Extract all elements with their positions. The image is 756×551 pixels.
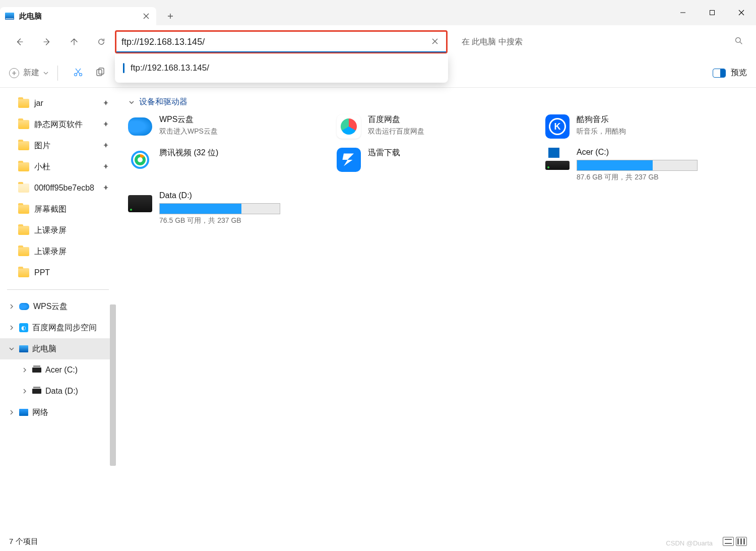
card-title: Acer (C:) [577,148,698,157]
quick-access-jar[interactable]: jar [0,93,116,114]
folder-icon [18,183,29,193]
sidebar-item-label: PPT [34,268,50,277]
pin-icon [103,183,109,193]
card-title: WPS云盘 [159,114,218,125]
quick-access-static-web[interactable]: 静态网页软件 [0,114,116,135]
cut-button[interactable] [67,67,89,79]
quick-access-hash[interactable]: 00f0ff95be7ecb8 [0,177,116,199]
chevron-right-icon [21,388,28,394]
card-subtitle: 双击运行百度网盘 [368,127,424,136]
tree-this-pc[interactable]: 此电脑 [0,338,116,359]
folder-icon [18,99,29,108]
search-icon [735,37,743,47]
new-button[interactable]: 新建 [9,68,48,78]
refresh-icon [97,37,106,46]
quick-access-class-rec1[interactable]: 上课录屏 [0,220,116,241]
address-input[interactable] [121,37,429,47]
quick-access-xiaodu[interactable]: 小杜 [0,156,116,177]
tree-wps-cloud[interactable]: WPS云盘 [0,296,116,317]
minimize-button[interactable] [668,0,698,25]
up-button[interactable] [60,30,88,54]
folder-icon [18,247,29,256]
arrow-up-icon [70,37,79,46]
card-kugou[interactable]: K 酷狗音乐 听音乐，用酷狗 [545,114,744,139]
close-tab-button[interactable] [143,13,149,19]
address-suggestions: ftp://192.168.13.145/ [115,54,448,83]
suggestion-item[interactable]: ftp://192.168.13.145/ [115,57,448,79]
new-tab-button[interactable] [159,7,181,25]
quick-access-screenshots[interactable]: 屏幕截图 [0,199,116,220]
quick-access-class-rec2[interactable]: 上课录屏 [0,241,116,262]
tree-acer-drive[interactable]: Acer (C:) [0,359,116,381]
card-title: 酷狗音乐 [577,114,626,125]
window-tab[interactable]: 此电脑 [0,7,156,25]
quick-access-ppt[interactable]: PPT [0,262,116,283]
chevron-right-icon [8,303,15,310]
sidebar-item-label: 静态网页软件 [34,119,83,130]
svg-point-1 [736,38,741,43]
folder-icon [18,268,29,277]
sidebar-item-label: 屏幕截图 [34,204,67,215]
forward-button[interactable] [33,30,60,54]
suggestion-text: ftp://192.168.13.145/ [131,63,209,73]
watermark: CSDN @Duarta [666,539,713,547]
baidu-icon [337,114,361,139]
quick-access-pictures[interactable]: 图片 [0,135,116,156]
list-view-button[interactable] [723,537,734,546]
selection-indicator [123,63,124,73]
card-xunlei[interactable]: 迅雷下载 [337,148,535,182]
card-title: 百度网盘 [368,114,424,125]
pin-icon [103,162,109,171]
tencent-video-icon [128,148,152,172]
card-acer-drive[interactable]: Acer (C:) 87.6 GB 可用，共 237 GB [545,148,744,182]
window-controls [668,0,756,25]
sidebar-item-label: WPS云盘 [33,301,68,312]
sidebar-item-label: 小杜 [34,162,50,172]
drive-progress [577,160,698,171]
section-devices-header[interactable]: 设备和驱动器 [128,97,744,107]
svg-rect-0 [710,11,715,15]
main-content: 设备和驱动器 WPS云盘 双击进入WPS云盘 百度网盘 双击运行百度网盘 K [116,88,756,532]
preview-toggle[interactable]: 预览 [713,68,747,78]
clear-address-button[interactable] [429,37,441,46]
drive-icon [32,389,41,394]
maximize-button[interactable] [698,0,727,25]
card-data-drive[interactable]: Data (D:) 76.5 GB 可用，共 237 GB [128,191,327,225]
sidebar-item-label: 图片 [34,141,50,151]
drive-icon [32,368,41,373]
thispc-icon [5,13,14,20]
tree-baidu-sync[interactable]: ◐百度网盘同步空间 [0,317,116,338]
card-subtitle: 听音乐，用酷狗 [577,127,626,136]
card-baidu[interactable]: 百度网盘 双击运行百度网盘 [337,114,535,139]
copy-icon [95,67,105,77]
svg-rect-5 [99,68,104,74]
card-title: 迅雷下载 [368,148,400,158]
card-tencent[interactable]: 腾讯视频 (32 位) [128,148,327,182]
sidebar-item-label: Acer (C:) [45,365,78,375]
back-button[interactable] [6,30,33,54]
xunlei-icon [337,148,361,172]
tree-network[interactable]: 网络 [0,402,116,423]
search-box[interactable]: 在 此电脑 中搜索 [455,32,750,52]
cloud-icon [19,303,29,310]
tree-data-drive[interactable]: Data (D:) [0,381,116,402]
scissors-icon [73,67,83,77]
drive-progress [159,203,280,214]
baidu-icon: ◐ [19,323,28,332]
card-wps-cloud[interactable]: WPS云盘 双击进入WPS云盘 [128,114,327,139]
sidebar-item-label: 上课录屏 [34,225,67,236]
preview-pane-icon [713,69,726,78]
body: jar 静态网页软件 图片 小杜 00f0ff95be7ecb8 屏幕截图 上课… [0,88,756,532]
close-window-button[interactable] [727,0,756,25]
card-title: Data (D:) [159,191,280,200]
focus-underline [116,51,446,52]
sidebar-item-label: Data (D:) [45,387,78,396]
refresh-button[interactable] [88,30,115,54]
scrollbar[interactable] [110,304,116,466]
search-placeholder: 在 此电脑 中搜索 [462,37,735,47]
address-bar[interactable] [115,30,448,53]
copy-button[interactable] [89,67,111,79]
preview-label: 预览 [731,68,747,78]
status-bar: 7 个项目 CSDN @Duarta [0,532,756,551]
tiles-view-button[interactable] [736,537,747,546]
